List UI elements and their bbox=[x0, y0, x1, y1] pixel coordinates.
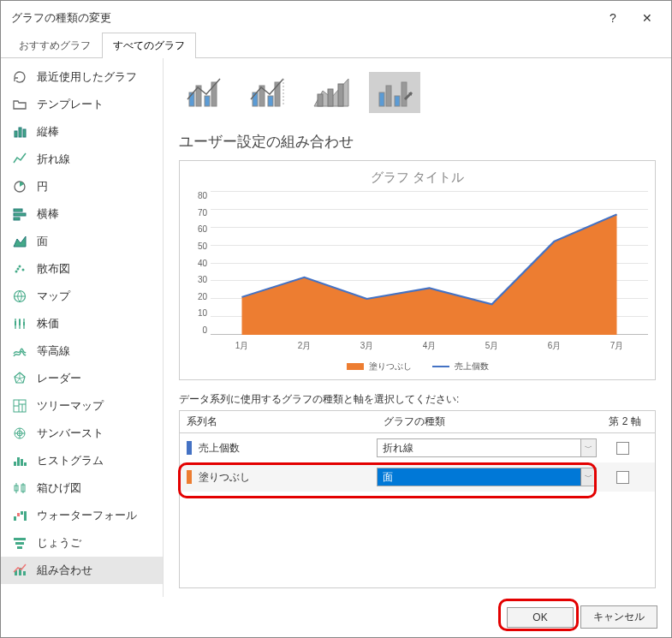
svg-rect-1 bbox=[19, 128, 21, 137]
sidebar-item-label: 株価 bbox=[37, 316, 59, 331]
sidebar-item-boxwhisker[interactable]: 箱ひげ図 bbox=[1, 474, 163, 502]
chart-category-sidebar: 最近使用したグラフ テンプレート 縦棒 折れ線 円 横棒 bbox=[1, 58, 164, 597]
sidebar-item-stock[interactable]: 株価 bbox=[1, 310, 163, 337]
subtype-clustered-column-line-secondary[interactable] bbox=[242, 72, 294, 113]
svg-rect-24 bbox=[14, 516, 16, 521]
series-name: 塗りつぶし bbox=[199, 470, 250, 485]
series-row-2: 塗りつぶし 面 ﹀ bbox=[180, 462, 655, 492]
svg-rect-2 bbox=[23, 129, 26, 137]
sidebar-item-label: 散布図 bbox=[37, 261, 70, 277]
sidebar-item-label: ウォーターフォール bbox=[37, 508, 137, 523]
cancel-button[interactable]: キャンセル bbox=[580, 605, 657, 629]
sidebar-item-label: 円 bbox=[37, 179, 48, 194]
main-panel: ユーザー設定の組み合わせ グラフ タイトル 80 70 60 50 40 30 … bbox=[164, 58, 671, 597]
section-heading: ユーザー設定の組み合わせ bbox=[179, 132, 656, 152]
svg-rect-5 bbox=[14, 213, 26, 216]
chart-subtype-row bbox=[179, 67, 656, 128]
combo-chart-icon bbox=[11, 562, 28, 579]
dialog-footer: OK キャンセル bbox=[1, 597, 671, 637]
svg-rect-27 bbox=[24, 511, 27, 521]
series-color-marker bbox=[187, 470, 192, 484]
sidebar-item-funnel[interactable]: じょうご bbox=[1, 529, 163, 557]
svg-rect-13 bbox=[19, 319, 21, 325]
sidebar-item-label: 横棒 bbox=[37, 206, 59, 222]
svg-rect-12 bbox=[15, 321, 16, 325]
sidebar-item-scatter[interactable]: 散布図 bbox=[1, 255, 163, 283]
svg-rect-19 bbox=[17, 457, 20, 466]
chart-type-dropdown-2[interactable]: 面 ﹀ bbox=[377, 468, 597, 486]
svg-point-8 bbox=[19, 265, 21, 268]
svg-rect-36 bbox=[205, 96, 210, 106]
sidebar-item-combo[interactable]: 組み合わせ bbox=[1, 557, 163, 584]
ok-button[interactable]: OK bbox=[507, 607, 574, 628]
svg-rect-28 bbox=[14, 538, 26, 540]
secondary-axis-checkbox-1[interactable] bbox=[616, 442, 629, 455]
sidebar-item-treemap[interactable]: ツリーマップ bbox=[1, 392, 163, 420]
series-name: 売上個数 bbox=[199, 441, 240, 456]
sidebar-item-map[interactable]: マップ bbox=[1, 283, 163, 310]
sidebar-item-templates[interactable]: テンプレート bbox=[1, 91, 163, 118]
sidebar-item-surface[interactable]: 等高線 bbox=[1, 337, 163, 365]
column-chart-icon bbox=[11, 123, 28, 140]
svg-rect-20 bbox=[21, 459, 23, 466]
svg-rect-45 bbox=[379, 92, 384, 106]
svg-point-10 bbox=[17, 268, 20, 271]
titlebar: グラフの種類の変更 ? ✕ bbox=[1, 1, 671, 32]
recent-icon bbox=[11, 69, 28, 86]
subtype-custom-combination[interactable] bbox=[369, 72, 420, 113]
sidebar-item-label: テンプレート bbox=[37, 97, 104, 112]
chart-type-dropdown-1[interactable]: 折れ線 ﹀ bbox=[377, 438, 597, 457]
sidebar-item-label: 縦棒 bbox=[37, 124, 59, 140]
subtype-stacked-area-column[interactable] bbox=[306, 72, 357, 113]
sidebar-item-recent[interactable]: 最近使用したグラフ bbox=[1, 63, 163, 91]
svg-rect-26 bbox=[21, 511, 23, 515]
sidebar-item-label: マップ bbox=[37, 289, 70, 304]
sidebar-item-label: ヒストグラム bbox=[37, 453, 104, 468]
map-icon bbox=[11, 288, 28, 305]
svg-rect-25 bbox=[17, 513, 20, 516]
sidebar-item-area[interactable]: 面 bbox=[1, 228, 163, 255]
chevron-down-icon: ﹀ bbox=[580, 439, 596, 456]
change-chart-type-dialog: グラフの種類の変更 ? ✕ おすすめグラフ すべてのグラフ 最近使用したグラフ … bbox=[0, 0, 672, 638]
help-icon[interactable]: ? bbox=[596, 11, 630, 25]
svg-rect-30 bbox=[17, 546, 22, 549]
area-chart-icon bbox=[11, 233, 28, 250]
svg-rect-48 bbox=[401, 82, 407, 106]
close-icon[interactable]: ✕ bbox=[630, 11, 664, 25]
sidebar-item-line[interactable]: 折れ線 bbox=[1, 146, 163, 173]
histogram-icon bbox=[11, 452, 28, 469]
sidebar-item-waterfall[interactable]: ウォーターフォール bbox=[1, 502, 163, 529]
svg-point-9 bbox=[22, 269, 25, 271]
box-whisker-icon bbox=[11, 480, 28, 497]
sidebar-item-pie[interactable]: 円 bbox=[1, 173, 163, 200]
svg-rect-29 bbox=[15, 542, 24, 545]
tab-all-charts[interactable]: すべてのグラフ bbox=[102, 33, 196, 58]
bar-chart-icon bbox=[11, 206, 28, 223]
sidebar-item-histogram[interactable]: ヒストグラム bbox=[1, 447, 163, 474]
sidebar-item-bar[interactable]: 横棒 bbox=[1, 200, 163, 228]
sidebar-item-radar[interactable]: レーダー bbox=[1, 365, 163, 392]
svg-rect-6 bbox=[14, 218, 20, 220]
dialog-title: グラフの種類の変更 bbox=[11, 10, 596, 26]
series-table-header: 系列名 グラフの種類 第 2 軸 bbox=[180, 411, 655, 433]
tab-recommended[interactable]: おすすめグラフ bbox=[8, 33, 102, 58]
series-table: 系列名 グラフの種類 第 2 軸 売上個数 折れ線 ﹀ bbox=[179, 410, 656, 588]
svg-rect-18 bbox=[14, 462, 16, 466]
header-series-name: 系列名 bbox=[180, 411, 377, 432]
series-color-marker bbox=[187, 441, 192, 455]
subtype-clustered-column-line[interactable] bbox=[179, 72, 230, 113]
sidebar-item-label: 折れ線 bbox=[37, 152, 70, 167]
secondary-axis-checkbox-2[interactable] bbox=[616, 471, 629, 484]
chart-legend: 塗りつぶし 売上個数 bbox=[187, 361, 648, 373]
sidebar-item-column[interactable]: 縦棒 bbox=[1, 118, 163, 146]
chart-preview[interactable]: グラフ タイトル 80 70 60 50 40 30 20 10 0 bbox=[179, 160, 656, 380]
sunburst-icon bbox=[11, 425, 28, 442]
svg-rect-44 bbox=[338, 84, 343, 106]
stock-chart-icon bbox=[11, 315, 28, 332]
sidebar-item-label: 等高線 bbox=[37, 343, 70, 359]
tab-bar: おすすめグラフ すべてのグラフ bbox=[1, 32, 671, 58]
sidebar-item-sunburst[interactable]: サンバースト bbox=[1, 420, 163, 447]
sidebar-item-label: ツリーマップ bbox=[37, 398, 104, 414]
series-row-1: 売上個数 折れ線 ﹀ bbox=[180, 433, 655, 462]
chevron-down-icon: ﹀ bbox=[580, 468, 596, 486]
